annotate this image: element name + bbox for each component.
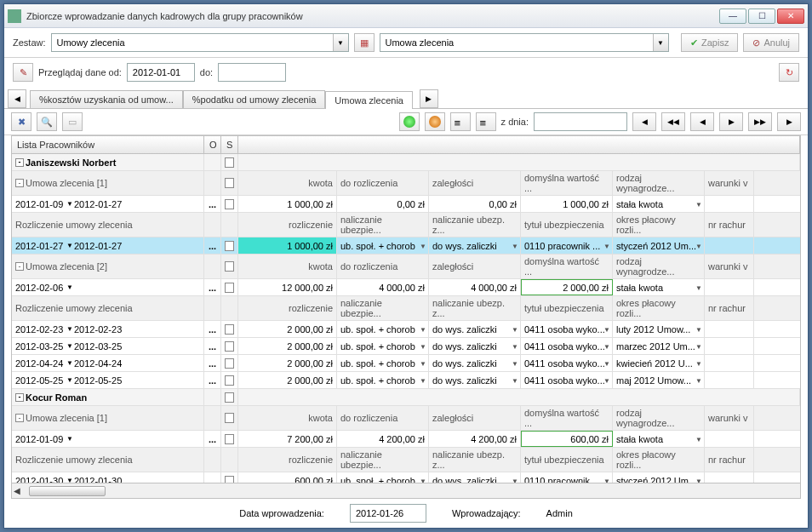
row-options-button[interactable]: ... [204,355,221,371]
col-lista[interactable]: Lista Pracowników [12,136,204,153]
row-options-button[interactable]: ... [204,472,221,483]
chevron-down-icon[interactable]: ▼ [66,435,73,443]
chevron-down-icon[interactable]: ▼ [695,435,702,443]
chevron-down-icon[interactable]: ▼ [66,376,73,384]
chevron-down-icon[interactable]: ▼ [603,242,610,249]
tab-scroll-left[interactable]: ◀ [8,89,26,108]
chevron-down-icon[interactable]: ▼ [603,342,610,350]
nav-fwd[interactable]: ▶ [719,112,743,131]
edit-button[interactable]: ✎ [13,63,33,82]
collapse-icon[interactable]: - [15,414,24,422]
chevron-down-icon[interactable]: ▼ [603,477,610,483]
remove-button[interactable] [425,112,445,131]
chevron-down-icon[interactable]: ▼ [420,242,426,249]
chevron-down-icon[interactable]: ▼ [66,242,73,249]
chevron-down-icon[interactable]: ▼ [512,325,518,333]
tab-koszty[interactable]: %kosztów uzyskania od umow... [30,90,183,108]
row-options-button[interactable]: ... [204,338,221,354]
row-options-button[interactable]: ... [204,237,221,254]
checkbox[interactable] [225,476,234,483]
collapse-icon[interactable]: - [15,179,24,187]
tab-podatek[interactable]: %podatku od umowy zlecenia [183,90,326,108]
chevron-down-icon[interactable]: ▼ [695,477,702,483]
grid-body[interactable]: -Janiszewski Norbert -Umowa zlecenia [1]… [12,154,800,483]
tab-scroll-right[interactable]: ▶ [420,89,438,108]
horizontal-scrollbar[interactable]: ◀ [12,483,800,498]
chevron-down-icon[interactable]: ▼ [512,477,518,483]
collapse-icon[interactable]: - [15,158,24,167]
checkbox[interactable] [225,283,234,293]
table-row[interactable]: 2012-01-09▼ ... 7 200,00 zł 4 200,00 zł … [12,431,800,448]
cancel-button[interactable]: ⊘Anuluj [743,33,799,52]
chevron-down-icon[interactable]: ▼ [512,359,518,367]
row-options-button[interactable]: ... [204,196,221,212]
chevron-down-icon[interactable]: ▼ [66,359,73,367]
nav-last[interactable]: ▶ [777,112,801,131]
row-options-button[interactable]: ... [204,372,221,388]
scrollbar-thumb[interactable] [29,486,106,496]
card-button[interactable]: ▭ [62,112,83,131]
row-options-button[interactable]: ... [204,321,221,337]
chevron-down-icon[interactable]: ▼ [695,342,702,350]
date-to-input[interactable] [218,63,286,82]
nav-fastfwd[interactable]: ▶▶ [748,112,772,131]
tools-button[interactable]: ✖ [11,112,31,131]
col-o[interactable]: O [204,136,221,153]
checkbox[interactable] [225,324,234,335]
chevron-down-icon[interactable]: ▼ [603,376,610,384]
add-button[interactable] [399,112,420,131]
minimize-button[interactable]: — [719,9,746,24]
checkbox[interactable] [225,157,234,168]
chevron-down-icon[interactable]: ▼ [420,325,426,333]
col-s[interactable]: S [221,136,238,153]
chevron-down-icon[interactable]: ▼ [66,283,73,291]
checkbox[interactable] [225,392,234,403]
chevron-down-icon[interactable]: ▼ [66,477,73,483]
checkbox[interactable] [225,261,234,272]
copy-zestaw-button[interactable]: ▦ [354,33,375,52]
table-row[interactable]: 2012-04-24▼2012-04-24 ... 2 000,00 zł ub… [12,355,800,372]
refresh-button[interactable]: ↻ [779,63,799,82]
checkbox[interactable] [225,358,234,369]
chevron-down-icon[interactable]: ▼ [653,34,668,51]
sort-button[interactable] [450,112,471,131]
zestaw2-combo[interactable]: Umowa zlecenia ▼ [380,33,669,52]
chevron-down-icon[interactable]: ▼ [603,359,610,367]
chevron-down-icon[interactable]: ▼ [66,325,73,333]
close-button[interactable]: ✕ [777,9,804,24]
table-row[interactable]: 2012-01-30▼2012-01-30 ... 600,00 zł ub. … [12,472,800,483]
chevron-down-icon[interactable]: ▼ [695,359,702,367]
checkbox[interactable] [225,178,234,188]
chevron-down-icon[interactable]: ▼ [66,200,73,208]
chevron-down-icon[interactable]: ▼ [420,376,426,384]
maximize-button[interactable]: ☐ [748,9,775,24]
table-row[interactable]: -Janiszewski Norbert [12,154,800,171]
zestaw-combo[interactable]: Umowy zlecenia ▼ [51,33,349,52]
chevron-down-icon[interactable]: ▼ [695,200,702,208]
chevron-down-icon[interactable]: ▼ [695,376,702,384]
checkbox[interactable] [225,434,234,444]
nav-first[interactable]: ◀ [632,112,656,131]
chevron-down-icon[interactable]: ▼ [420,342,426,350]
chevron-down-icon[interactable]: ▼ [695,242,702,249]
zdnia-input[interactable] [534,112,627,131]
chevron-down-icon[interactable]: ▼ [512,342,518,350]
table-row[interactable]: 2012-03-25▼2012-03-25 ... 2 000,00 zł ub… [12,338,800,355]
checkbox[interactable] [225,199,234,209]
chevron-down-icon[interactable]: ▼ [420,477,426,483]
collapse-icon[interactable]: - [15,262,24,271]
table-row[interactable]: 2012-02-06▼ ... 12 000,00 zł 4 000,00 zł… [12,279,800,296]
chevron-down-icon[interactable]: ▼ [695,283,702,291]
nav-fastback[interactable]: ◀◀ [661,112,685,131]
chevron-down-icon[interactable]: ▼ [333,34,348,51]
checkbox[interactable] [225,375,234,386]
table-row-selected[interactable]: 2012-01-27▼2012-01-27 ... 1 000,00 zł ub… [12,237,800,255]
nav-back[interactable]: ◀ [690,112,714,131]
chevron-down-icon[interactable]: ▼ [695,325,702,333]
table-row[interactable]: 2012-05-25▼2012-05-25 ... 2 000,00 zł ub… [12,372,800,389]
chevron-down-icon[interactable]: ▼ [512,376,518,384]
collapse-icon[interactable]: - [15,393,24,402]
col-data[interactable] [238,136,800,153]
data-wprow-input[interactable] [350,504,426,523]
filter-button[interactable] [476,112,496,131]
